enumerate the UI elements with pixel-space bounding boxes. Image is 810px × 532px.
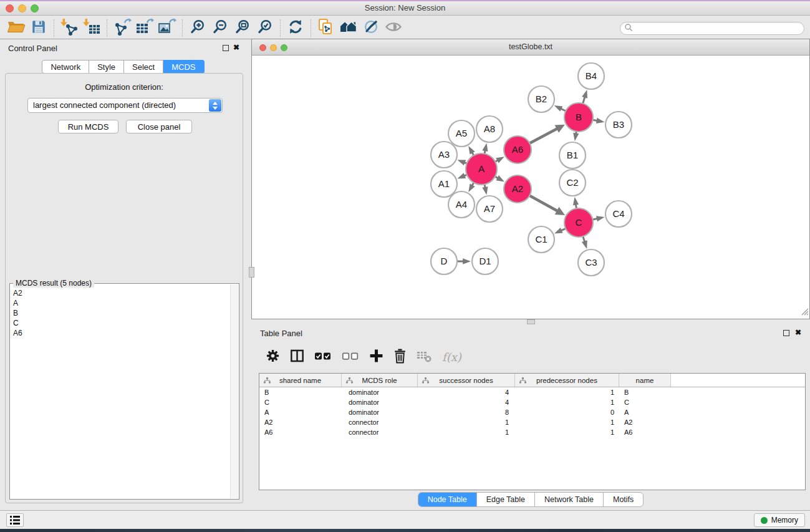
cell-successor-nodes[interactable]: 1 bbox=[418, 418, 515, 426]
network-canvas[interactable]: B4B2BB3A8A5A6A3B1AC2A1A2A4A7C4CC1DD1C3 bbox=[252, 56, 809, 319]
column-header-shared-name[interactable]: shared name bbox=[259, 374, 342, 387]
search-box[interactable] bbox=[620, 22, 804, 35]
mcds-result-item[interactable]: A6 bbox=[11, 328, 229, 338]
export-network-button[interactable] bbox=[111, 18, 133, 38]
close-table-panel-icon[interactable]: ✖ bbox=[795, 328, 801, 337]
column-header-mcds-role[interactable]: MCDS role bbox=[342, 374, 418, 387]
edge-arrowhead-icon bbox=[596, 216, 605, 221]
run-mcds-button[interactable]: Run MCDS bbox=[58, 120, 118, 133]
home-layout-button[interactable] bbox=[337, 18, 360, 38]
tab-edge-table[interactable]: Edge Table bbox=[476, 493, 534, 506]
cell-successor-nodes[interactable]: 1 bbox=[418, 428, 515, 436]
cell-mcds-role[interactable]: dominator bbox=[342, 389, 418, 396]
close-window-icon[interactable] bbox=[6, 4, 14, 12]
cell-shared-name[interactable]: A6 bbox=[259, 428, 342, 436]
memory-button[interactable]: Memory bbox=[754, 513, 805, 527]
cell-shared-name[interactable]: C bbox=[259, 399, 342, 406]
cell-predecessor-nodes[interactable]: 1 bbox=[515, 389, 619, 396]
cell-name[interactable]: C bbox=[619, 399, 671, 406]
deselect-all-button[interactable] bbox=[341, 347, 360, 367]
zoom-fit-button[interactable] bbox=[231, 18, 254, 38]
delete-column-button[interactable] bbox=[393, 347, 407, 367]
cell-successor-nodes[interactable]: 8 bbox=[418, 409, 515, 416]
mcds-result-item[interactable]: C bbox=[11, 318, 229, 328]
table-row[interactable]: A2connector11A2 bbox=[259, 417, 805, 427]
network-minimize-icon[interactable] bbox=[270, 44, 277, 51]
cell-mcds-role[interactable]: connector bbox=[342, 418, 418, 426]
refresh-layout-button[interactable] bbox=[284, 18, 307, 38]
task-history-button[interactable] bbox=[6, 513, 24, 527]
float-panel-icon[interactable] bbox=[223, 45, 229, 51]
show-hide-panel-button[interactable] bbox=[382, 18, 405, 38]
network-window-titlebar[interactable]: testGlobe.txt bbox=[252, 39, 809, 56]
table-row[interactable]: Adominator80A bbox=[259, 407, 805, 417]
duplicate-network-button[interactable] bbox=[315, 18, 337, 38]
cell-name[interactable]: B bbox=[619, 389, 671, 396]
mcds-result-item[interactable]: A2 bbox=[11, 288, 229, 298]
open-session-button[interactable] bbox=[5, 18, 27, 38]
cell-name[interactable]: A6 bbox=[619, 428, 671, 436]
edge-arrowhead-icon bbox=[554, 105, 563, 112]
tab-node-table[interactable]: Node Table bbox=[418, 493, 476, 506]
select-all-button[interactable] bbox=[314, 347, 332, 367]
save-session-button[interactable] bbox=[27, 18, 50, 38]
tab-motifs[interactable]: Motifs bbox=[603, 493, 643, 506]
zoom-window-icon[interactable] bbox=[31, 4, 39, 12]
network-graph[interactable]: B4B2BB3A8A5A6A3B1AC2A1A2A4A7C4CC1DD1C3 bbox=[252, 56, 809, 319]
tab-mcds[interactable]: MCDS bbox=[163, 60, 204, 74]
cell-name[interactable]: A bbox=[619, 409, 671, 416]
export-image-button[interactable] bbox=[156, 18, 178, 38]
tab-select[interactable]: Select bbox=[124, 60, 163, 74]
delete-table-button[interactable] bbox=[416, 347, 433, 367]
zoom-selected-button[interactable] bbox=[254, 18, 276, 38]
table-row[interactable]: Cdominator41C bbox=[259, 397, 805, 407]
cell-shared-name[interactable]: B bbox=[259, 389, 342, 396]
tab-network[interactable]: Network bbox=[42, 60, 89, 74]
cell-successor-nodes[interactable]: 4 bbox=[418, 399, 515, 406]
network-close-icon[interactable] bbox=[259, 44, 266, 51]
optimization-label: Optimization criterion: bbox=[6, 82, 243, 92]
network-zoom-icon[interactable] bbox=[281, 44, 287, 51]
close-panel-button[interactable]: Close panel bbox=[126, 120, 192, 133]
cell-mcds-role[interactable]: dominator bbox=[342, 399, 418, 406]
search-input[interactable] bbox=[635, 24, 804, 33]
horizontal-splitter-handle[interactable] bbox=[527, 319, 535, 324]
column-header-predecessor-nodes[interactable]: predecessor nodes bbox=[515, 374, 619, 387]
zoom-out-button[interactable] bbox=[209, 18, 231, 38]
cell-shared-name[interactable]: A2 bbox=[259, 418, 342, 426]
cell-predecessor-nodes[interactable]: 1 bbox=[515, 399, 619, 406]
cell-predecessor-nodes[interactable]: 1 bbox=[515, 428, 619, 436]
node-table: shared nameMCDS rolesuccessor nodesprede… bbox=[259, 373, 806, 490]
export-table-button[interactable] bbox=[133, 18, 156, 38]
criterion-dropdown[interactable]: largest connected component (directed) bbox=[27, 98, 223, 113]
cell-predecessor-nodes[interactable]: 1 bbox=[515, 418, 619, 426]
result-scrollbar[interactable] bbox=[230, 284, 238, 498]
float-table-panel-icon[interactable] bbox=[783, 330, 789, 336]
vertical-splitter-handle[interactable] bbox=[249, 267, 254, 278]
tab-network-table[interactable]: Network Table bbox=[534, 493, 603, 506]
tab-style[interactable]: Style bbox=[89, 60, 124, 74]
minimize-window-icon[interactable] bbox=[18, 4, 26, 12]
window-title: Session: New Session bbox=[0, 1, 810, 15]
table-row[interactable]: A6connector11A6 bbox=[259, 427, 805, 437]
import-table-button[interactable] bbox=[80, 18, 103, 38]
import-network-button[interactable] bbox=[58, 18, 80, 38]
zoom-in-button[interactable] bbox=[186, 18, 209, 38]
column-header-name[interactable]: name bbox=[619, 374, 671, 387]
cell-successor-nodes[interactable]: 4 bbox=[418, 389, 515, 396]
mcds-result-item[interactable]: A bbox=[11, 298, 229, 308]
resize-grip[interactable] bbox=[801, 307, 809, 318]
table-settings-button[interactable] bbox=[265, 347, 281, 367]
cell-mcds-role[interactable]: connector bbox=[342, 428, 418, 436]
graphics-details-button[interactable] bbox=[360, 18, 382, 38]
mcds-result-item[interactable]: B bbox=[11, 308, 229, 318]
close-panel-icon[interactable]: ✖ bbox=[233, 43, 239, 52]
table-row[interactable]: Bdominator41B bbox=[259, 387, 805, 397]
column-visibility-button[interactable] bbox=[289, 347, 305, 367]
add-column-button[interactable] bbox=[369, 347, 384, 367]
cell-shared-name[interactable]: A bbox=[259, 409, 342, 416]
cell-mcds-role[interactable]: dominator bbox=[342, 409, 418, 416]
column-header-successor-nodes[interactable]: successor nodes bbox=[418, 374, 515, 387]
cell-predecessor-nodes[interactable]: 0 bbox=[515, 409, 619, 416]
cell-name[interactable]: A2 bbox=[619, 418, 671, 426]
